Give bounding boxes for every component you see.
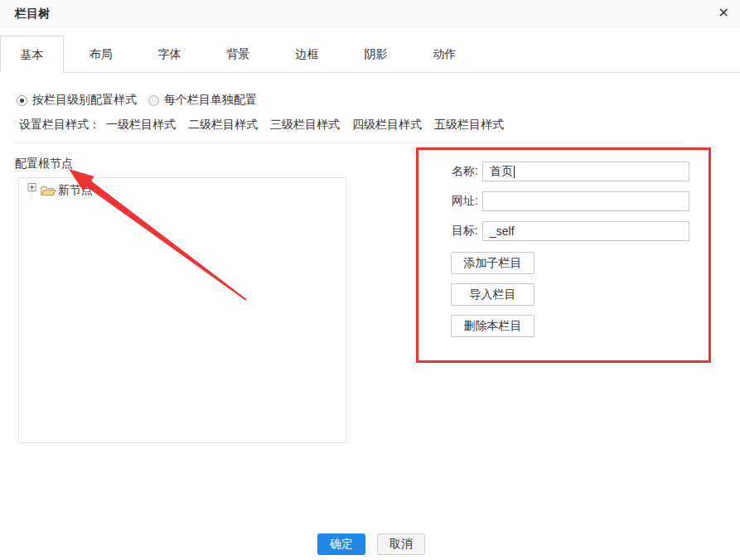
target-input-value: _self [490,224,515,238]
url-input[interactable] [482,191,689,211]
level-style-row: 设置栏目样式： 一级栏目样式 二级栏目样式 三级栏目样式 四级栏目样式 五级栏目… [19,117,516,133]
column-tree-panel[interactable]: 新节点 [18,177,346,443]
level-style-prefix: 设置栏目样式： [19,118,100,133]
dialog-title: 栏目树 [15,7,50,22]
tab-shadow[interactable]: 阴影 [344,36,408,72]
name-input-value: 首页 [490,164,513,179]
add-sub-column-button[interactable]: 添加子栏目 [451,252,534,274]
name-field-row: 名称: 首页 [445,162,689,181]
tree-section-label: 配置根节点 [15,157,73,171]
level-3-style-link[interactable]: 三级栏目样式 [270,118,340,133]
tab-border[interactable]: 边框 [275,36,339,72]
section-divider [15,142,683,143]
level-2-style-link[interactable]: 二级栏目样式 [188,118,258,133]
cancel-button[interactable]: 取消 [377,533,425,555]
name-input[interactable]: 首页 [482,162,689,181]
close-icon[interactable]: ✕ [718,5,729,22]
target-input[interactable]: _self [482,221,689,241]
name-label: 名称: [445,164,478,179]
ok-button[interactable]: 确定 [317,533,365,555]
radio-selected-icon[interactable] [17,95,27,106]
tree-node-label[interactable]: 新节点 [58,183,93,198]
delete-column-button[interactable]: 删除本栏目 [451,315,534,337]
radio-config-by-level[interactable]: 按栏目级别配置样式 [17,93,137,108]
tab-action[interactable]: 动作 [413,36,476,72]
url-field-row: 网址: [445,191,689,211]
radio-config-by-level-label: 按栏目级别配置样式 [32,93,137,108]
tab-bar: 基本 布局 字体 背景 边框 阴影 动作 [0,27,740,73]
tree-expander-plus-icon[interactable] [27,181,40,200]
import-column-button[interactable]: 导入栏目 [451,283,534,306]
config-mode-options: 按栏目级别配置样式 每个栏目单独配置 [17,91,257,109]
radio-config-individual-label: 每个栏目单独配置 [164,93,257,108]
level-4-style-link[interactable]: 四级栏目样式 [352,118,422,133]
tab-background[interactable]: 背景 [206,36,270,72]
tab-layout[interactable]: 布局 [69,36,133,72]
url-label: 网址: [445,194,478,209]
dialog-header: 栏目树 ✕ [0,0,740,27]
tab-basic[interactable]: 基本 [0,36,64,73]
radio-unselected-icon[interactable] [148,95,159,106]
level-1-style-link[interactable]: 一级栏目样式 [106,118,176,133]
text-caret [514,166,515,178]
tree-node-root[interactable]: 新节点 [27,182,93,199]
tab-font[interactable]: 字体 [138,36,201,72]
radio-config-individual[interactable]: 每个栏目单独配置 [148,93,257,108]
open-folder-icon [40,184,56,197]
level-5-style-link[interactable]: 五级栏目样式 [434,118,504,133]
target-field-row: 目标: _self [445,221,689,241]
target-label: 目标: [445,224,478,239]
